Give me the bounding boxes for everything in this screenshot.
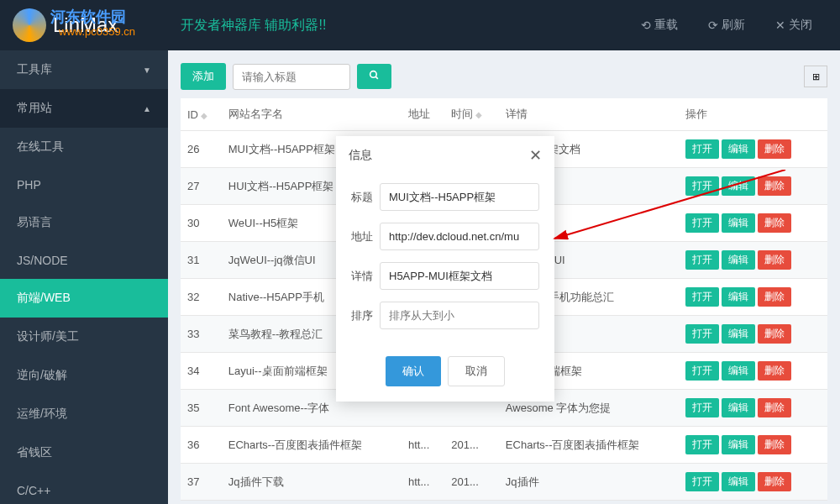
url-label: 地址: [351, 229, 380, 244]
detail-label: 详情: [351, 269, 380, 284]
detail-input[interactable]: [380, 262, 539, 290]
confirm-button[interactable]: 确认: [386, 356, 441, 386]
modal-close-button[interactable]: ✕: [529, 146, 542, 165]
cancel-button[interactable]: 取消: [448, 356, 505, 386]
modal-header: 信息 ✕: [336, 136, 554, 175]
modal-title: 信息: [349, 148, 372, 163]
info-modal: 信息 ✕ 标题 地址 详情 排序 确认 取消: [336, 136, 554, 402]
title-label: 标题: [351, 190, 380, 205]
url-input[interactable]: [380, 223, 539, 250]
modal-body: 标题 地址 详情 排序: [336, 175, 554, 356]
title-input[interactable]: [380, 183, 539, 211]
sort-input[interactable]: [380, 302, 539, 329]
modal-footer: 确认 取消: [336, 356, 554, 402]
sort-label: 排序: [351, 308, 380, 323]
